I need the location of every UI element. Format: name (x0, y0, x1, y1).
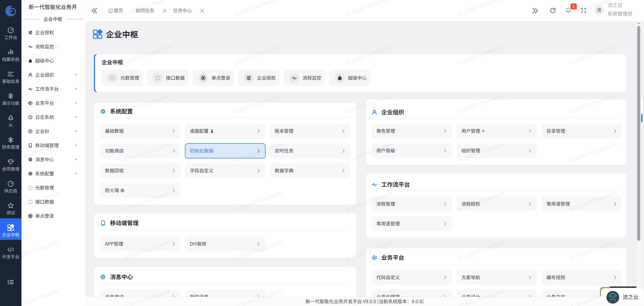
svg-text:1: 1 (573, 4, 575, 9)
